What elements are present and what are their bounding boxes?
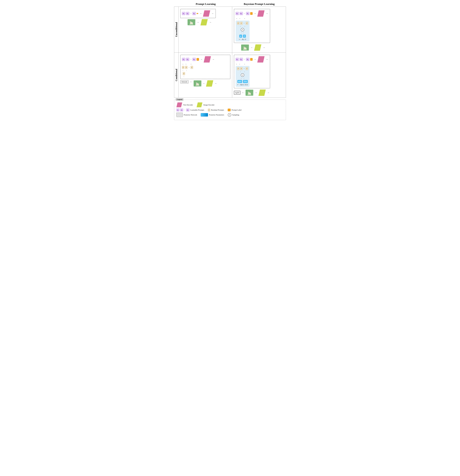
sigma-box: Σ: [243, 35, 246, 38]
image-dog: [188, 19, 195, 25]
legend-posterior-network: Posterior Network: [176, 113, 197, 117]
text-encoder-shape: [203, 10, 210, 17]
formula-uncond: r ~ 𝒩(μ, Σ): [239, 38, 246, 40]
row-header-unconditional: Unconditional: [174, 7, 179, 52]
legend-posterior-params: Posterior Parameters: [201, 113, 224, 117]
arrow-out-text: →: [211, 12, 214, 15]
main-container: Prompt Learning Bayesian Prompt Learning…: [172, 0, 288, 122]
cell-uncond-bpl: p1 p2 ··· pL → → +: [232, 7, 286, 52]
legend-residual-prompts: r Residual Prompts: [208, 109, 224, 111]
image-encoder-bpl-uncond: [254, 44, 261, 51]
mu-box: μ: [239, 35, 242, 38]
svg-rect-25: [198, 85, 198, 86]
svg-point-22: [197, 83, 197, 83]
cell-cond-bpl: p1 p2 ··· pL → → + +: [232, 52, 286, 98]
token-p1: p1: [182, 12, 185, 15]
svg-rect-14: [243, 49, 244, 50]
svg-point-31: [249, 92, 249, 93]
pi-box: πφ(x): [234, 91, 241, 95]
col-header-right: Bayesian Prompt Learning: [233, 2, 286, 6]
svg-rect-34: [250, 94, 250, 95]
col-header-left: Prompt Learning: [179, 2, 233, 6]
legend-img-enc-icon: [197, 102, 202, 107]
svg-rect-6: [191, 24, 191, 25]
text-encoder-bpl-uncond: [257, 10, 265, 17]
image-encoder-cond-pl: [206, 80, 213, 87]
svg-rect-17: [246, 49, 247, 50]
svg-rect-23: [196, 85, 196, 86]
token-p2: p2: [186, 12, 189, 15]
legend-tag: Legend: [176, 98, 184, 101]
svg-point-21: [196, 83, 197, 84]
dashed-box-uncond-pl: p1 p2 ··· pL → →: [180, 9, 216, 18]
image-dog-cond-bpl: [246, 90, 253, 96]
image-encoder-shape: [201, 19, 208, 26]
prompt-row-uncond-pl: p1 p2 ··· pL → →: [182, 10, 214, 17]
network-box: Network: [180, 80, 189, 84]
sampling-circle-cond: [241, 73, 244, 77]
svg-rect-35: [251, 94, 251, 95]
svg-rect-24: [197, 85, 197, 86]
cell-uncond-pl: p1 p2 ··· pL → →: [179, 7, 232, 52]
legend-area: Legend Text Encoder Image Encoder p1 p2 …: [174, 100, 286, 120]
row-header-conditional: Conditional: [174, 52, 179, 98]
formula-cond: r ~ 𝒩(μ(x), Σ(x)): [237, 84, 248, 86]
svg-rect-5: [190, 24, 190, 25]
text-encoder-cond-pl: [204, 56, 211, 62]
svg-rect-15: [244, 49, 245, 50]
legend-text-enc-icon: [176, 102, 182, 107]
svg-rect-32: [248, 94, 248, 95]
svg-point-3: [190, 21, 191, 22]
svg-rect-16: [245, 49, 246, 50]
legend-sampling: Sampling: [228, 113, 239, 117]
arrow-text-enc: →: [200, 12, 202, 15]
svg-rect-33: [249, 94, 249, 95]
sigma-x-box: Σ(x): [243, 80, 248, 83]
svg-point-13: [244, 47, 245, 47]
svg-point-12: [244, 47, 244, 48]
legend-prompt-label: Prompt Label: [228, 109, 242, 111]
svg-rect-7: [192, 24, 192, 25]
sampling-icon: [228, 113, 231, 117]
dashed-box-cond-pl: p1 p2 ··· pL → → + + +: [180, 55, 230, 79]
sampling-circle-uncond: [241, 28, 244, 31]
svg-point-30: [248, 92, 249, 93]
svg-point-4: [191, 22, 191, 22]
mu-x-box: μ(x): [237, 80, 242, 83]
col-headers: Prompt Learning Bayesian Prompt Learning: [174, 2, 286, 6]
token-pL: pL: [192, 12, 196, 15]
legend-learnable-prompts: p1 p2 ··· pL Learnable Prompts: [176, 109, 204, 111]
posterior-params-icon: [201, 113, 208, 117]
legend-text-encoder: Text Encoder: [176, 102, 193, 107]
bayes-bg-uncond: r r ··· r ↓↓: [236, 21, 250, 42]
image-encoder-cond-bpl: [259, 90, 266, 96]
bayes-bg-cond: r r ··· r ↓↓: [236, 66, 250, 87]
svg-rect-26: [199, 85, 199, 86]
image-dog-cond-pl: [194, 80, 201, 86]
svg-rect-8: [192, 24, 193, 25]
cell-cond-pl: p1 p2 ··· pL → → + + +: [179, 52, 232, 98]
dashed-box-uncond-bpl: p1 p2 ··· pL → → +: [234, 9, 270, 43]
posterior-network-icon: [176, 113, 183, 117]
single-r-box: r: [183, 72, 185, 75]
main-grid: Unconditional p1 p2 ··· pL →: [174, 7, 286, 98]
text-encoder-cond-bpl: [257, 56, 265, 62]
dashed-box-cond-bpl: p1 p2 ··· pL → → + +: [234, 55, 270, 88]
legend-image-encoder: Image Encoder: [197, 102, 214, 107]
token-label: [197, 13, 198, 14]
image-dog-bpl-uncond: [241, 44, 249, 51]
